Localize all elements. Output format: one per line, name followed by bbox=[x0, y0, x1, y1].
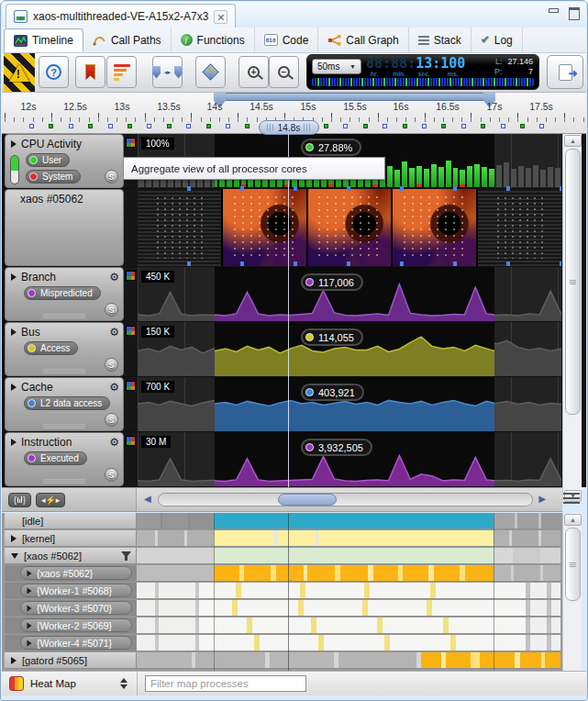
menu-icon[interactable] bbox=[563, 493, 580, 506]
bus-header[interactable]: Bus⚙ Access S bbox=[5, 322, 124, 376]
tab-log[interactable]: ✔ Log bbox=[472, 28, 523, 52]
collapse-arrow-icon[interactable] bbox=[11, 553, 18, 559]
expand-arrow-icon[interactable] bbox=[11, 328, 17, 336]
heat-lane-worker4[interactable] bbox=[137, 635, 560, 651]
screenshot-thumb[interactable] bbox=[478, 189, 561, 266]
annotate-button[interactable] bbox=[195, 56, 226, 88]
help-button[interactable]: ? bbox=[39, 56, 69, 88]
gear-icon[interactable]: ⚙ bbox=[109, 382, 119, 393]
tab-functions[interactable]: f Functions bbox=[172, 28, 255, 52]
thread-pill-worker4[interactable]: {Worker-4 #5071} bbox=[20, 636, 132, 650]
legend-user[interactable]: User bbox=[26, 153, 70, 167]
heatmap-scroll-thumb[interactable] bbox=[565, 528, 581, 601]
palette-icon[interactable] bbox=[126, 436, 136, 446]
expand-arrow-icon[interactable] bbox=[11, 657, 17, 664]
filter-funnel-icon[interactable] bbox=[120, 551, 132, 562]
thread-pill-worker1[interactable]: {Worker-1 #5068} bbox=[20, 584, 132, 597]
heat-lane-worker1[interactable] bbox=[137, 583, 560, 599]
tab-call-graph[interactable]: Call Graph bbox=[318, 28, 408, 52]
minimize-icon[interactable] bbox=[548, 7, 559, 17]
mode-stepper-icon[interactable] bbox=[120, 678, 128, 689]
energy-button[interactable]: ◂⚡▸ bbox=[36, 493, 65, 507]
snap-button[interactable]: S bbox=[105, 468, 118, 482]
analysis-button[interactable] bbox=[106, 56, 137, 88]
scroll-up-icon[interactable]: ▲ bbox=[564, 514, 582, 526]
chart-config-button[interactable]: {} bbox=[8, 493, 31, 507]
palette-icon[interactable] bbox=[126, 326, 136, 336]
expand-arrow-icon[interactable] bbox=[11, 535, 17, 542]
snap-button[interactable]: S bbox=[105, 413, 118, 427]
tab-call-paths[interactable]: Call Paths bbox=[83, 28, 172, 52]
maximize-icon[interactable] bbox=[568, 7, 579, 17]
screenshot-thumb[interactable] bbox=[223, 189, 306, 266]
scroll-up-icon[interactable]: ▲ bbox=[564, 135, 582, 147]
legend-l2-data-access[interactable]: L2 data access bbox=[24, 396, 110, 410]
palette-icon[interactable] bbox=[126, 138, 136, 148]
scroll-right-icon[interactable]: ▶ bbox=[538, 494, 546, 504]
gear-icon[interactable]: ⚙ bbox=[109, 437, 119, 448]
thread-pill-xaos[interactable]: {xaos #5062} bbox=[20, 566, 132, 580]
resize-grip[interactable] bbox=[43, 369, 85, 373]
selection-bracket[interactable] bbox=[215, 93, 494, 101]
tab-timeline[interactable]: Timeline bbox=[4, 28, 83, 52]
gear-icon[interactable]: ⚙ bbox=[109, 272, 119, 283]
bookmark-button[interactable] bbox=[75, 56, 105, 88]
export-button[interactable] bbox=[547, 55, 583, 89]
snap-button[interactable]: S bbox=[105, 303, 118, 317]
capture-warning-button[interactable] bbox=[4, 53, 35, 92]
calipers-button[interactable]: ◂▸ bbox=[152, 56, 183, 88]
zoom-in-button[interactable]: + bbox=[239, 56, 269, 88]
process-label-idle[interactable]: [idle] bbox=[5, 513, 137, 529]
snap-button[interactable]: S bbox=[105, 170, 118, 184]
thread-pill-worker2[interactable]: {Worker-2 #5069} bbox=[20, 618, 132, 632]
time-ruler[interactable]: 12s 12.5s 13s 13.5s 14s 14.5s 15s 15.5s … bbox=[2, 93, 586, 134]
map-mode-selector[interactable]: Heat Map bbox=[2, 672, 138, 695]
screenshot-strip[interactable] bbox=[138, 189, 561, 266]
resize-grip[interactable] bbox=[43, 314, 85, 318]
editor-tab[interactable]: xaos-multithreaded-VE-A15x2-A7x3 ✕ bbox=[6, 4, 236, 28]
thread-pill-worker3[interactable]: {Worker-3 #5070} bbox=[20, 601, 132, 615]
cross-section-line[interactable] bbox=[288, 134, 289, 487]
charts-scroll-thumb[interactable] bbox=[565, 149, 581, 415]
legend-access[interactable]: Access bbox=[24, 341, 78, 355]
cross-section-caret[interactable]: 14.8s bbox=[259, 120, 319, 135]
resize-grip[interactable] bbox=[43, 424, 85, 428]
heat-lane-xaos-group[interactable] bbox=[137, 548, 560, 564]
process-label-kernel[interactable]: [kernel] bbox=[5, 530, 137, 547]
process-label-gatord[interactable]: [gatord #5065] bbox=[5, 652, 137, 669]
branch-header[interactable]: Branch⚙ Mispredicted S bbox=[5, 267, 124, 321]
palette-icon[interactable] bbox=[126, 271, 136, 281]
expand-arrow-icon[interactable] bbox=[11, 384, 17, 391]
snap-button[interactable]: S bbox=[105, 358, 118, 372]
charts-vertical-scrollbar[interactable]: ▲ ▼ bbox=[562, 134, 582, 503]
heat-lane-idle[interactable] bbox=[137, 513, 560, 529]
screenshot-thumb[interactable] bbox=[138, 189, 221, 266]
process-label-xaos-group[interactable]: [xaos #5062] bbox=[5, 548, 137, 564]
heat-lane-worker3[interactable] bbox=[137, 600, 560, 617]
process-screenshot-header[interactable]: xaos #05062 bbox=[5, 189, 124, 266]
heat-lane-worker2[interactable] bbox=[137, 618, 560, 634]
legend-mispredicted[interactable]: Mispredicted bbox=[24, 286, 101, 300]
gear-icon[interactable]: ⚙ bbox=[109, 327, 119, 338]
cache-header[interactable]: Cache⚙ L2 data access S bbox=[5, 377, 124, 431]
legend-system[interactable]: System bbox=[26, 170, 81, 184]
zoom-out-button[interactable]: − bbox=[269, 56, 299, 88]
expand-arrow-icon[interactable] bbox=[11, 140, 17, 148]
close-icon[interactable]: ✕ bbox=[214, 10, 227, 24]
horizontal-scroll-track[interactable] bbox=[158, 493, 533, 506]
heat-lane-gatord[interactable] bbox=[137, 652, 560, 669]
filter-input[interactable] bbox=[145, 675, 306, 692]
resize-grip[interactable] bbox=[43, 479, 85, 484]
cpu-activity-header[interactable]: CPU Activity User System S bbox=[5, 134, 124, 188]
tab-stack[interactable]: Stack bbox=[409, 28, 472, 52]
instruction-header[interactable]: Instruction⚙ Executed S bbox=[5, 432, 124, 486]
screenshot-thumb[interactable] bbox=[393, 189, 476, 266]
palette-icon[interactable] bbox=[126, 381, 136, 391]
heat-lane-kernel[interactable] bbox=[137, 530, 560, 547]
heat-lane-xaos-thread[interactable] bbox=[137, 565, 560, 582]
horizontal-scroll-thumb[interactable] bbox=[278, 494, 337, 506]
tab-code[interactable]: 010 Code bbox=[255, 28, 319, 52]
screenshot-thumb[interactable] bbox=[308, 189, 392, 266]
legend-executed[interactable]: Executed bbox=[24, 451, 87, 465]
heatmap-vertical-scrollbar[interactable]: ▲ bbox=[562, 513, 582, 671]
